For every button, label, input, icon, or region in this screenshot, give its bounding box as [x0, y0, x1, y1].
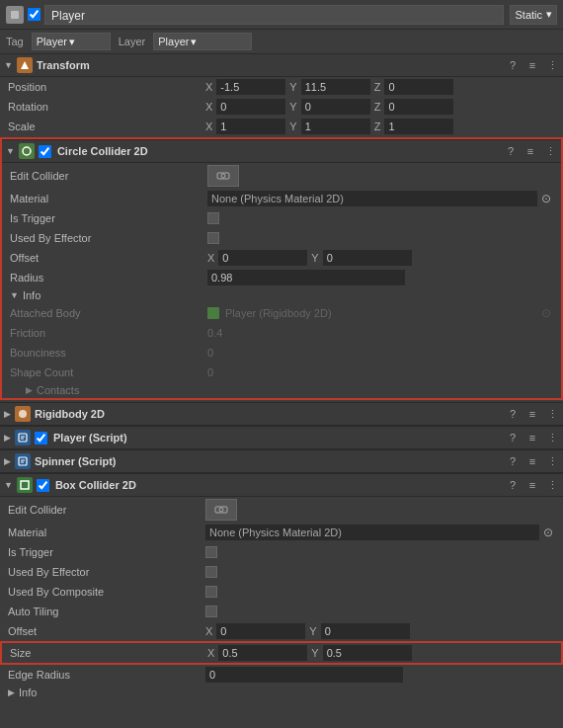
player-script-kebab[interactable]: ⋮: [545, 431, 559, 445]
box-collider-kebab[interactable]: ⋮: [545, 478, 559, 492]
attached-body-target[interactable]: ⊙: [539, 306, 553, 320]
pos-x-input[interactable]: [216, 79, 285, 95]
spinner-script-kebab[interactable]: ⋮: [545, 454, 559, 468]
transform-kebab-icon[interactable]: ⋮: [545, 58, 559, 72]
rot-x-input[interactable]: [216, 99, 285, 115]
circle-collider-collapse[interactable]: ▼: [6, 146, 15, 156]
circle-collider-enabled[interactable]: [39, 145, 51, 158]
circle-collider-help[interactable]: ?: [504, 144, 518, 158]
circle-collider-header: ▼ Circle Collider 2D ? ≡ ⋮: [2, 139, 561, 163]
auto-tiling-row: Auto Tiling: [0, 602, 563, 621]
box-collider-help[interactable]: ?: [506, 478, 520, 492]
spinner-script-help[interactable]: ?: [506, 454, 520, 468]
rigidbody-icon: [207, 307, 219, 319]
offset-y-field: Y: [311, 250, 411, 266]
circle-material-target[interactable]: ⊙: [539, 192, 553, 205]
box-size-label: Size: [10, 647, 207, 659]
sc-z-input[interactable]: [384, 119, 453, 134]
player-script-collapse[interactable]: ▶: [4, 433, 11, 443]
tag-label: Tag: [6, 36, 24, 47]
transform-settings-icon[interactable]: ≡: [525, 58, 539, 72]
box-effector-row: Used By Effector: [0, 562, 563, 582]
box-size-x-input[interactable]: [218, 645, 307, 661]
player-script-title: Player (Script): [53, 432, 502, 444]
player-script-settings[interactable]: ≡: [525, 431, 539, 445]
position-row: Position X Y Z: [0, 77, 563, 97]
pos-y-input[interactable]: [301, 79, 370, 95]
offset-y-input[interactable]: [323, 250, 412, 266]
rotation-fields: X Y Z: [205, 99, 555, 115]
player-script-help[interactable]: ?: [506, 431, 520, 445]
box-collider-enabled[interactable]: [37, 479, 49, 492]
spinner-script-settings[interactable]: ≡: [525, 454, 539, 468]
rigidbody-settings[interactable]: ≡: [525, 407, 539, 421]
spinner-script-collapse[interactable]: ▶: [4, 456, 11, 466]
header-bar: Player Static ▾: [0, 0, 563, 30]
box-offset-y: Y: [309, 623, 409, 639]
player-script-enabled[interactable]: [35, 432, 47, 445]
contacts-arrow[interactable]: ▶: [26, 385, 33, 395]
box-offset-label: Offset: [8, 625, 205, 637]
offset-x-field: X: [207, 250, 307, 266]
edge-radius-label: Edge Radius: [8, 669, 205, 681]
circle-effector-row: Used By Effector: [2, 228, 561, 248]
circle-offset-label: Offset: [10, 252, 207, 264]
box-material-target[interactable]: ⊙: [541, 526, 555, 539]
edge-radius-input[interactable]: [205, 667, 403, 683]
sc-x-input[interactable]: [216, 119, 285, 134]
rot-x-field: X: [205, 99, 285, 115]
edit-collider-button[interactable]: [207, 165, 239, 187]
box-edit-collider-row: Edit Collider: [0, 497, 563, 523]
svg-rect-10: [19, 457, 27, 465]
circle-effector-checkbox[interactable]: [207, 232, 219, 244]
friction-label: Friction: [10, 327, 207, 339]
tag-dropdown[interactable]: Player ▾: [32, 33, 111, 50]
box-effector-checkbox[interactable]: [205, 566, 217, 578]
svg-point-6: [19, 410, 27, 418]
circle-offset-row: Offset X Y: [2, 248, 561, 268]
scale-label: Scale: [8, 121, 205, 132]
circle-is-trigger-checkbox[interactable]: [207, 212, 219, 224]
rigidbody-help[interactable]: ?: [506, 407, 520, 421]
box-is-trigger-checkbox[interactable]: [205, 546, 217, 558]
box-size-y-input[interactable]: [323, 645, 412, 661]
object-name[interactable]: Player: [44, 5, 504, 25]
circle-collider-settings[interactable]: ≡: [523, 144, 537, 158]
used-by-composite-checkbox[interactable]: [205, 586, 217, 598]
rot-z-input[interactable]: [384, 99, 453, 115]
box-collider-collapse[interactable]: ▼: [4, 480, 13, 490]
box-info-header[interactable]: ▶ Info: [0, 685, 563, 700]
circle-collider-kebab[interactable]: ⋮: [543, 144, 557, 158]
radius-input[interactable]: [207, 270, 405, 285]
box-edit-collider-button[interactable]: [205, 499, 237, 521]
box-material-field[interactable]: None (Physics Material 2D): [205, 525, 539, 540]
rot-y-input[interactable]: [301, 99, 370, 115]
active-checkbox[interactable]: [28, 8, 40, 21]
transform-help-icon[interactable]: ?: [506, 58, 520, 72]
box-collider-settings[interactable]: ≡: [525, 478, 539, 492]
rigidbody-kebab[interactable]: ⋮: [545, 407, 559, 421]
sc-y-input[interactable]: [301, 119, 370, 134]
transform-props: Position X Y Z Rotation X Y: [0, 77, 563, 136]
box-offset-x-input[interactable]: [216, 623, 305, 639]
rigidbody-collapse[interactable]: ▶: [4, 409, 11, 419]
bounciness-row: Bounciness 0: [2, 343, 561, 363]
svg-rect-1: [11, 11, 19, 19]
circle-info-header[interactable]: ▼ Info: [2, 287, 561, 303]
circle-material-field[interactable]: None (Physics Material 2D): [207, 191, 537, 206]
svg-rect-13: [21, 481, 29, 489]
box-offset-x: X: [205, 623, 305, 639]
box-offset-y-label: Y: [309, 625, 316, 637]
spinner-script-icons: ? ≡ ⋮: [506, 454, 559, 468]
offset-x-input[interactable]: [218, 250, 307, 266]
rot-y-label: Y: [289, 101, 296, 113]
shape-count-value: 0: [207, 366, 553, 378]
box-info-arrow: ▶: [8, 688, 15, 697]
transform-collapse-arrow[interactable]: ▼: [4, 60, 13, 70]
static-dropdown[interactable]: Static ▾: [510, 5, 557, 25]
pos-z-input[interactable]: [384, 79, 453, 95]
layer-dropdown[interactable]: Player ▾: [153, 33, 252, 50]
auto-tiling-checkbox[interactable]: [205, 606, 217, 617]
box-offset-y-input[interactable]: [321, 623, 410, 639]
contacts-label: Contacts: [37, 384, 79, 396]
